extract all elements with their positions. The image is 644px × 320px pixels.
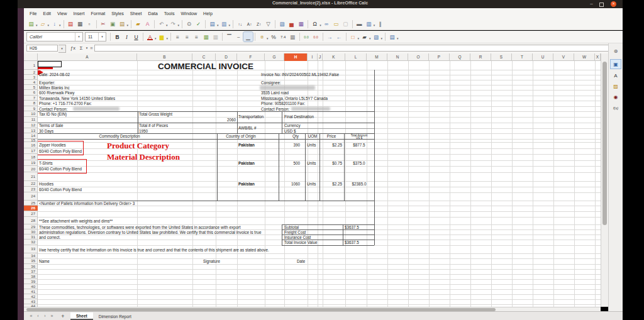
cell[interactable]: Milltex Blanks Inc bbox=[39, 86, 70, 90]
cut-icon[interactable]: ✂ bbox=[99, 19, 108, 29]
comment-icon[interactable]: ▭ bbox=[331, 19, 341, 29]
row-header-24[interactable]: 24 bbox=[24, 192, 38, 201]
column-header-S[interactable]: S bbox=[491, 53, 512, 61]
row-header-5[interactable]: 5 bbox=[24, 85, 38, 90]
menu-help[interactable]: Help bbox=[200, 11, 216, 16]
row-header-2[interactable]: 2 bbox=[24, 70, 38, 75]
close-button[interactable]: × bbox=[611, 1, 616, 7]
format-number-icon[interactable]: 7.4 bbox=[279, 32, 288, 41]
column-header-T[interactable]: T bbox=[512, 53, 533, 61]
column-header-R[interactable]: R bbox=[470, 53, 491, 61]
add-sheet-button[interactable]: + bbox=[58, 313, 68, 319]
cell[interactable]: Phone: +1 716-774-2700 Fax: bbox=[39, 101, 92, 106]
special-character-icon-dropdown[interactable]: ▾ bbox=[319, 23, 321, 27]
borders-icon-dropdown[interactable]: ▾ bbox=[358, 36, 360, 40]
cell[interactable]: 1950 bbox=[139, 129, 148, 133]
copy-icon[interactable]: ▣ bbox=[108, 19, 118, 29]
row-header-17[interactable]: 17 bbox=[24, 148, 38, 154]
cell[interactable]: Invoice No: INV/2024/00502.ML19492.False bbox=[261, 72, 339, 77]
cell[interactable]: Price bbox=[327, 134, 336, 138]
background-color-icon-dropdown[interactable]: ▾ bbox=[381, 36, 383, 40]
cell[interactable]: administration regulations. Diversion co… bbox=[39, 230, 262, 234]
row-header-1[interactable]: 1 bbox=[24, 61, 38, 70]
name-box[interactable]: H26 bbox=[26, 45, 58, 52]
row-header-22[interactable]: 22 bbox=[24, 181, 38, 187]
insert-column-icon-dropdown[interactable]: ▾ bbox=[229, 23, 231, 27]
cell[interactable]: 600 Riverwalk Pkwy bbox=[39, 91, 74, 95]
italic-icon[interactable]: I bbox=[122, 32, 131, 41]
open-folder-icon[interactable]: ▱ bbox=[38, 19, 48, 29]
cell[interactable]: I/we hereby certify that the information… bbox=[39, 248, 269, 252]
merge-cells-icon[interactable]: ▦ bbox=[201, 32, 211, 41]
font-name-select[interactable]: Calibri▾ bbox=[26, 32, 83, 41]
column-header-F[interactable]: F bbox=[237, 53, 265, 61]
column-header-Q[interactable]: Q bbox=[450, 53, 470, 61]
add-decimal-icon[interactable]: 0.0 bbox=[302, 32, 311, 41]
cell[interactable]: Mississauga, Ontario L5L5Y7 Canada bbox=[261, 96, 328, 101]
cell[interactable]: Final Destination bbox=[284, 114, 314, 119]
cell[interactable]: and correct. bbox=[39, 235, 60, 240]
print-icon[interactable]: ▦ bbox=[75, 19, 85, 29]
row-header-26[interactable]: 26 bbox=[24, 206, 38, 211]
column-header-H[interactable]: H bbox=[284, 53, 308, 61]
split-window-icon[interactable]: ∥ bbox=[375, 19, 385, 29]
row-header-29[interactable]: 29 bbox=[24, 224, 38, 229]
cell[interactable]: Total # of Pieces bbox=[139, 123, 168, 128]
menu-edit[interactable]: Edit bbox=[40, 11, 54, 16]
column-header-W[interactable]: W bbox=[574, 53, 595, 61]
annotation-label-product-category[interactable]: Product Category bbox=[107, 141, 169, 151]
cell[interactable]: Qty bbox=[292, 134, 299, 138]
row-header-4[interactable]: 4 bbox=[24, 80, 38, 85]
insert-row-icon[interactable]: ▤ bbox=[208, 19, 217, 29]
unmerge-cells-icon[interactable]: ▦ bbox=[211, 32, 220, 41]
select-all-corner[interactable] bbox=[24, 53, 38, 61]
column-header-J[interactable]: J bbox=[318, 53, 323, 61]
column-header-K[interactable]: K bbox=[323, 53, 345, 61]
clone-formatting-icon[interactable]: ▰ bbox=[133, 19, 143, 29]
cell[interactable]: $3637.5 bbox=[345, 225, 359, 229]
cell[interactable]: $2385.0 bbox=[352, 182, 367, 186]
redo-icon[interactable]: ↷ bbox=[169, 19, 178, 29]
sort-ascending-icon[interactable]: A↑ bbox=[245, 19, 254, 29]
tab-nav-first-icon[interactable]: « bbox=[28, 314, 35, 318]
cell[interactable]: USD $ bbox=[284, 129, 296, 133]
borders-icon[interactable]: □ bbox=[348, 32, 358, 41]
row-header-27[interactable]: 27 bbox=[24, 211, 38, 217]
menu-data[interactable]: Data bbox=[145, 11, 161, 16]
row-header-40[interactable]: 40 bbox=[24, 284, 38, 289]
column-header-P[interactable]: P bbox=[429, 53, 450, 61]
cell[interactable]: Pakistan bbox=[238, 182, 255, 186]
cell[interactable]: US $ bbox=[356, 136, 362, 140]
sidebar-settings-icon[interactable]: ⊛ bbox=[611, 47, 621, 55]
freeze-panes-icon[interactable]: ▥ bbox=[364, 19, 374, 29]
cell[interactable]: Total Gross Weight bbox=[139, 112, 172, 116]
save-icon-dropdown[interactable]: ▾ bbox=[59, 23, 61, 27]
paste-icon-dropdown[interactable]: ▾ bbox=[127, 23, 129, 27]
undo-icon-dropdown[interactable]: ▾ bbox=[166, 23, 168, 27]
insert-row-icon-dropdown[interactable]: ▾ bbox=[217, 23, 219, 27]
row-header-34[interactable]: 34 bbox=[24, 253, 38, 258]
font-color-icon[interactable]: A bbox=[145, 32, 155, 41]
cell[interactable]: Commodity Description bbox=[99, 134, 140, 138]
row-header-11[interactable]: 11 bbox=[24, 117, 38, 123]
formula-input[interactable] bbox=[94, 45, 613, 52]
font-name-select-dropdown-icon[interactable]: ▾ bbox=[75, 33, 82, 41]
insert-chart-icon[interactable]: ▅ bbox=[287, 19, 296, 29]
cell[interactable]: Contact Person: bbox=[39, 107, 67, 111]
row-header-37[interactable]: 37 bbox=[24, 269, 38, 274]
menu-tools[interactable]: Tools bbox=[161, 11, 178, 16]
align-right-icon[interactable]: ≡ bbox=[192, 32, 201, 41]
gallery-icon[interactable]: ▨ bbox=[611, 82, 621, 91]
row-header-23[interactable]: 23 bbox=[24, 187, 38, 192]
cell[interactable]: Name bbox=[39, 259, 50, 263]
column-header-A[interactable]: A bbox=[38, 53, 137, 61]
align-bottom-icon[interactable]: ▁ bbox=[243, 32, 253, 41]
column-header-D[interactable]: D bbox=[216, 53, 237, 61]
background-color-icon[interactable]: ▨ bbox=[372, 32, 381, 41]
cell[interactable]: <Number of Pallets information from Deli… bbox=[39, 201, 135, 206]
annotation-box-product[interactable] bbox=[38, 141, 84, 155]
open-folder-icon-dropdown[interactable]: ▾ bbox=[48, 23, 50, 27]
conditional-formatting-icon[interactable]: ▤ bbox=[387, 32, 397, 41]
align-left-icon[interactable]: ≡ bbox=[173, 32, 182, 41]
cell[interactable]: These commodities, technologies, or soft… bbox=[39, 225, 240, 229]
